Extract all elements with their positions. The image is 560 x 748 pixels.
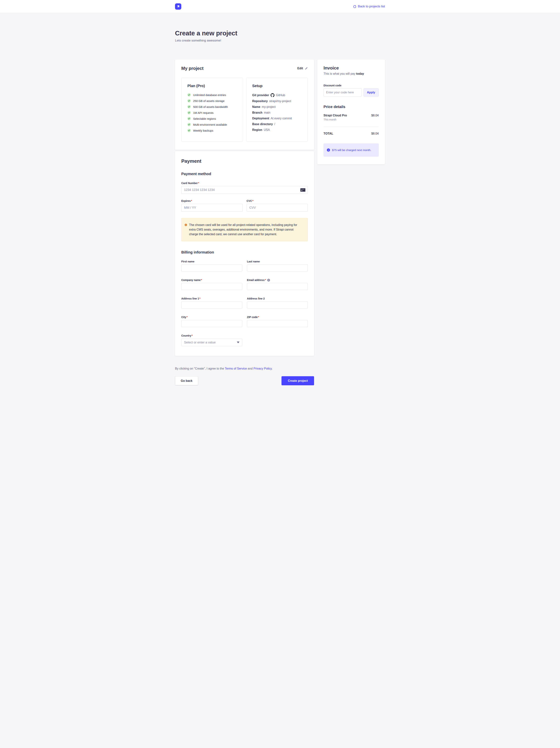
plan-feature-item: 500 GB of assets bandwidth	[188, 105, 239, 109]
info-icon: i	[267, 279, 270, 282]
address-line2-input[interactable]	[247, 302, 308, 309]
zip-code-label: ZIP code*	[247, 315, 308, 319]
go-back-button[interactable]: Go back	[175, 376, 198, 385]
plan-feature-label: 500 GB of assets bandwidth	[193, 105, 228, 109]
page-title: Create a new project	[175, 29, 385, 37]
redo-arrow-icon	[353, 5, 356, 8]
required-asterisk: *	[187, 315, 188, 319]
check-icon	[188, 129, 191, 132]
setup-row-deployment: Deployment At every commit	[252, 117, 303, 120]
card-usage-warning: ! The chosen card will be used for all p…	[181, 218, 308, 241]
plan-feature-item: Selectable regions	[188, 117, 239, 120]
discount-code-input[interactable]	[323, 88, 362, 97]
line-item-period: This month	[323, 118, 347, 121]
last-name-input[interactable]	[247, 264, 308, 272]
check-icon	[188, 99, 191, 102]
zip-code-input[interactable]	[247, 320, 308, 327]
country-label: Country*	[181, 334, 242, 337]
plan-feature-label: Unlimited database entries	[193, 93, 226, 97]
setup-label: Deployment	[252, 117, 269, 120]
strapi-logo[interactable]	[175, 3, 181, 9]
check-icon	[188, 123, 191, 126]
payment-card: Payment Payment method Card Number*	[175, 151, 314, 356]
plan-feature-label: Selectable regions	[193, 117, 216, 120]
create-project-button[interactable]: Create project	[282, 376, 314, 385]
company-name-input[interactable]	[181, 283, 242, 290]
check-icon	[188, 93, 191, 97]
company-name-label: Company name*	[181, 279, 242, 282]
address-line1-input[interactable]	[181, 302, 242, 309]
terms-text: By clicking on "Create", I agree to the …	[175, 367, 385, 370]
city-field: City*	[181, 315, 242, 327]
setup-label: Region	[252, 128, 262, 132]
required-asterisk: *	[201, 279, 202, 282]
setup-box: Setup Git provider GitHub Repository str…	[246, 78, 308, 142]
plan-feature-label: Multi-environment available	[193, 123, 227, 126]
setup-value: USA	[264, 128, 270, 132]
price-line-item: Strapi Cloud Pro This month $8.04	[323, 114, 379, 121]
cvc-input[interactable]	[247, 204, 308, 212]
strapi-logo-glyph	[176, 4, 180, 8]
total-amount: $8.04	[371, 132, 379, 135]
setup-value: main	[264, 111, 270, 114]
email-address-label: Email address*i	[247, 279, 308, 282]
cvc-label: CVC*	[247, 200, 308, 202]
first-name-field: First name	[181, 260, 242, 272]
edit-button[interactable]: Edit	[297, 67, 308, 70]
setup-value: /	[274, 122, 275, 126]
city-label: City*	[181, 315, 242, 319]
check-icon	[188, 111, 191, 114]
required-asterisk: *	[198, 182, 199, 185]
privacy-policy-link[interactable]: Privacy Policy	[253, 367, 272, 370]
setup-row-base-directory: Base directory /	[252, 122, 303, 126]
next-month-notice: i $75 will be charged next month.	[323, 143, 379, 157]
required-asterisk: *	[199, 297, 200, 300]
expires-input[interactable]	[181, 204, 243, 212]
price-details-title: Price details	[323, 105, 379, 109]
setup-label: Git provider	[252, 94, 269, 97]
apply-button[interactable]: Apply	[364, 88, 379, 97]
last-name-field: Last name	[247, 260, 308, 272]
pencil-icon	[305, 67, 308, 70]
plan-feature-item: 250 GB of assets storage	[188, 99, 239, 102]
my-project-card: My project Edit Plan (Pro) Unlimited dat…	[175, 60, 314, 150]
header-bar: Back to projects list	[0, 0, 560, 13]
invoice-card: Invoice This is what you will pay today …	[317, 60, 385, 164]
plan-box: Plan (Pro) Unlimited database entries 25…	[181, 78, 243, 142]
card-number-input[interactable]	[181, 186, 308, 194]
address-line1-label: Address line 1*	[181, 297, 242, 300]
setup-label: Branch	[252, 111, 262, 114]
expires-label: Expires*	[181, 200, 243, 202]
country-select[interactable]: Select or enter a value	[181, 338, 242, 346]
city-input[interactable]	[181, 320, 242, 327]
setup-label: Base directory	[252, 122, 273, 126]
last-name-label: Last name	[247, 260, 308, 263]
required-asterisk: *	[191, 200, 192, 202]
address-line1-field: Address line 1*	[181, 297, 242, 309]
country-field: Country* Select or enter a value	[181, 334, 242, 346]
warning-text: The chosen card will be used for all pro…	[189, 223, 303, 236]
email-address-input[interactable]	[247, 283, 308, 290]
invoice-title: Invoice	[323, 65, 379, 71]
github-icon	[271, 93, 274, 97]
warning-icon: !	[185, 224, 187, 226]
card-number-label: Card Number*	[181, 182, 308, 185]
setup-label: Name	[252, 105, 260, 109]
setup-value: GitHub	[276, 94, 285, 97]
invoice-subtitle: This is what you will pay today	[323, 72, 379, 75]
zip-code-field: ZIP code*	[247, 315, 308, 327]
back-link-label: Back to projects list	[358, 5, 385, 8]
company-name-field: Company name*	[181, 279, 242, 290]
terms-of-service-link[interactable]: Terms of Service	[225, 367, 247, 370]
line-item-amount: $8.04	[371, 114, 379, 121]
payment-title: Payment	[181, 158, 308, 164]
line-item-name: Strapi Cloud Pro	[323, 114, 347, 117]
email-address-field: Email address*i	[247, 279, 308, 290]
credit-card-icon	[300, 188, 306, 192]
back-to-projects-link[interactable]: Back to projects list	[353, 5, 385, 8]
address-line2-field: Address line 2	[247, 297, 308, 309]
first-name-input[interactable]	[181, 264, 242, 272]
plan-feature-item: 1M API requests	[188, 111, 239, 114]
country-placeholder: Select or enter a value	[184, 341, 216, 344]
divider	[323, 126, 379, 127]
